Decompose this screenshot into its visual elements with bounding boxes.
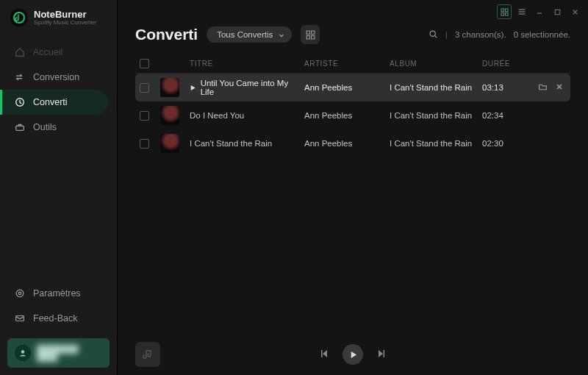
table-row[interactable]: Until You Came into My Life Ann Peebles …	[135, 74, 570, 101]
track-album: I Can't Stand the Rain	[390, 111, 478, 120]
sidebar-item-label: Paramètres	[33, 288, 81, 299]
app-logo-icon	[10, 9, 28, 26]
player-bar	[118, 334, 588, 375]
search-button[interactable]	[429, 29, 438, 40]
account-card[interactable]: ████████ ████	[7, 338, 110, 368]
status-selected: 0 selectionnée.	[514, 30, 570, 39]
svg-rect-5	[16, 316, 24, 321]
view-grid-button[interactable]	[301, 25, 320, 44]
page-title: Converti	[135, 26, 198, 43]
player-art	[135, 342, 160, 367]
row-checkbox[interactable]	[140, 139, 149, 149]
folder-icon	[538, 82, 548, 92]
settings-icon	[14, 288, 26, 299]
track-title: Until You Came into My Life	[201, 79, 300, 96]
open-folder-button[interactable]	[538, 82, 548, 93]
track-duration: 03:13	[482, 83, 523, 92]
close-icon	[555, 82, 564, 91]
sidebar-item-home[interactable]: Accueil	[0, 40, 108, 65]
svg-rect-9	[501, 12, 503, 15]
track-duration: 02:34	[482, 111, 523, 120]
svg-rect-18	[384, 350, 385, 357]
track-artist: Ann Peebles	[304, 83, 385, 92]
sidebar-item-label: Feed-Back	[33, 313, 77, 324]
status-count: 3 chanson(s).	[455, 30, 506, 39]
svg-point-6	[21, 350, 25, 354]
row-checkbox[interactable]	[140, 83, 149, 93]
separator: |	[445, 30, 448, 39]
avatar-icon	[15, 345, 31, 361]
prev-button[interactable]	[319, 349, 329, 361]
menu-icon[interactable]	[514, 4, 529, 19]
mail-icon	[14, 312, 26, 324]
album-art	[160, 106, 179, 125]
brand: NoteBurner Spotify Music Converter	[0, 0, 117, 40]
sidebar-item-feedback[interactable]: Feed-Back	[0, 306, 108, 331]
play-icon[interactable]	[190, 85, 196, 91]
sidebar-item-label: Outils	[33, 122, 57, 132]
sidebar-item-converted[interactable]: Converti	[0, 90, 108, 115]
layout-grid-icon[interactable]	[497, 4, 512, 19]
music-note-icon	[142, 349, 154, 360]
brand-subtitle: Spotify Music Converter	[34, 20, 96, 26]
next-button[interactable]	[376, 349, 387, 361]
svg-rect-7	[501, 8, 503, 11]
svg-rect-15	[311, 35, 314, 38]
play-button[interactable]	[343, 344, 363, 365]
sidebar-item-label: Conversion	[33, 72, 79, 82]
filter-label: Tous Convertis	[217, 30, 273, 39]
sidebar-item-label: Converti	[33, 97, 68, 107]
sidebar-nav: Accueil Conversion Converti Outils	[0, 40, 117, 140]
brand-title: NoteBurner	[34, 10, 96, 20]
col-artist: ARTISTE	[304, 60, 385, 68]
sidebar: NoteBurner Spotify Music Converter Accue…	[0, 0, 118, 375]
track-artist: Ann Peebles	[304, 111, 385, 120]
table-row[interactable]: I Can't Stand the Rain Ann Peebles I Can…	[135, 129, 570, 157]
toolbox-icon	[14, 121, 26, 133]
row-checkbox[interactable]	[140, 111, 149, 121]
sidebar-item-conversion[interactable]: Conversion	[0, 65, 108, 90]
sidebar-item-label: Accueil	[33, 47, 62, 57]
main: Converti Tous Convertis | 3 chanson(s). …	[118, 0, 588, 375]
skip-forward-icon	[376, 349, 387, 359]
delete-button[interactable]	[555, 82, 564, 93]
svg-rect-17	[321, 350, 323, 357]
select-all-checkbox[interactable]	[140, 59, 149, 68]
col-duration: DURÉE	[482, 60, 523, 68]
col-album: ALBUM	[390, 60, 478, 68]
play-icon	[349, 351, 357, 359]
window-minimize-icon[interactable]	[532, 4, 547, 19]
page-header: Converti Tous Convertis | 3 chanson(s). …	[118, 19, 588, 54]
table-row[interactable]: Do I Need You Ann Peebles I Can't Stand …	[135, 101, 570, 129]
svg-rect-12	[306, 31, 309, 34]
sidebar-item-tools[interactable]: Outils	[0, 115, 108, 140]
search-icon	[429, 29, 438, 39]
history-icon	[14, 96, 26, 108]
table-header: TITRE ARTISTE ALBUM DURÉE	[135, 54, 570, 74]
svg-rect-14	[306, 35, 309, 38]
track-title: I Can't Stand the Rain	[190, 139, 272, 148]
svg-rect-11	[555, 10, 559, 14]
track-title: Do I Need You	[190, 111, 244, 120]
filter-dropdown[interactable]: Tous Convertis	[207, 26, 292, 43]
svg-rect-13	[311, 31, 314, 34]
sidebar-item-settings[interactable]: Paramètres	[0, 281, 108, 306]
album-art	[160, 78, 179, 97]
svg-rect-10	[505, 12, 508, 15]
chevron-down-icon	[278, 32, 285, 39]
svg-point-16	[430, 31, 435, 36]
svg-rect-2	[16, 126, 24, 130]
track-album: I Can't Stand the Rain	[390, 83, 478, 92]
track-artist: Ann Peebles	[304, 139, 385, 148]
svg-point-4	[18, 292, 21, 295]
svg-rect-8	[505, 8, 508, 11]
album-art	[160, 134, 179, 153]
svg-point-3	[16, 290, 24, 297]
skip-back-icon	[319, 349, 329, 359]
track-duration: 02:30	[482, 139, 523, 148]
window-maximize-icon[interactable]	[550, 4, 564, 19]
window-close-icon[interactable]	[567, 4, 582, 19]
account-info: ████████ ████	[37, 345, 79, 361]
track-table: TITRE ARTISTE ALBUM DURÉE Until You Came…	[118, 54, 588, 334]
grid-icon	[306, 30, 315, 40]
